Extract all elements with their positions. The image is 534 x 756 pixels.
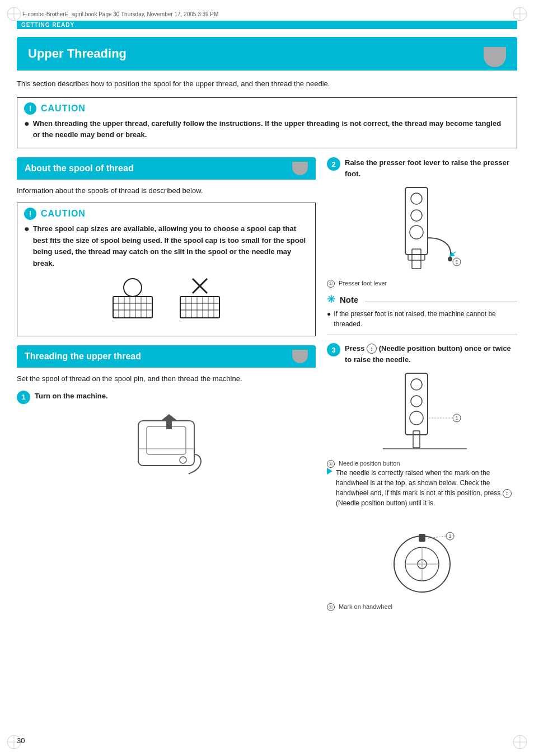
caution-body-spool: ● Three spool cap sizes are available, a…	[24, 223, 308, 270]
svg-point-43	[448, 257, 452, 261]
caption-handwheel: ① Mark on handwheel	[327, 603, 517, 611]
main-title: Upper Threading	[28, 46, 127, 61]
spool-intro: Information about the spools of thread i…	[17, 185, 316, 197]
svg-rect-13	[113, 297, 152, 318]
svg-point-12	[124, 279, 142, 297]
caution-box-spool: ! CAUTION ● Three spool cap sizes are av…	[17, 203, 316, 336]
main-title-box: Upper Threading	[17, 37, 517, 71]
note-header: ✳ Note	[327, 293, 517, 306]
svg-rect-58	[419, 534, 425, 542]
handwheel-note: The needle is correctly raised when the …	[327, 468, 517, 508]
corner-mark-tr	[512, 6, 528, 22]
two-col-layout: About the spool of thread Information ab…	[17, 157, 517, 611]
note-text: If the presser foot is not raised, the m…	[334, 309, 517, 329]
svg-text:1: 1	[448, 533, 451, 539]
note-body: ● If the presser foot is not raised, the…	[327, 309, 517, 329]
svg-rect-50	[413, 431, 420, 448]
caption-needle-btn: ① Needle position button	[327, 460, 517, 468]
spool-title: About the spool of thread	[25, 163, 134, 173]
intro-text: This section describes how to position t…	[17, 78, 517, 90]
col-left: About the spool of thread Information ab…	[17, 157, 316, 611]
arrow-note-text: The needle is correctly raised when the …	[336, 468, 517, 508]
caution-body-top: ● When threading the upper thread, caref…	[24, 118, 510, 142]
handwheel-diagram: 1	[327, 514, 517, 598]
svg-point-47	[411, 379, 422, 390]
threading-title: Threading the upper thread	[25, 351, 141, 361]
triangle-arrow-icon	[327, 468, 332, 475]
svg-point-40	[410, 226, 423, 239]
caution-text-top: When threading the upper thread, careful…	[33, 118, 510, 142]
spool-good	[107, 275, 158, 326]
svg-rect-24	[180, 297, 219, 318]
corner-mark-tl	[6, 6, 22, 22]
caution-text-spool: Three spool cap sizes are available, all…	[33, 223, 308, 270]
svg-point-36	[180, 457, 186, 463]
caution-icon-top: !	[24, 102, 36, 115]
threading-title-tab	[292, 350, 308, 363]
threading-intro: Set the spool of thread on the spool pin…	[17, 373, 316, 385]
svg-text:1: 1	[455, 259, 458, 265]
svg-point-48	[411, 396, 422, 407]
file-info: F-combo-BrotherE_sgml.book Page 30 Thurs…	[17, 11, 517, 17]
note-bullet: ●	[327, 309, 331, 319]
caution-bullet-spool: ●	[24, 223, 30, 235]
step-3-row: 3 Press ↕ (Needle position button) once …	[327, 343, 517, 365]
step-3-text: Press ↕ (Needle position button) once or…	[345, 343, 517, 365]
needle-position-diagram: 1	[327, 370, 517, 454]
machine-diagram-step1	[17, 410, 316, 477]
title-tab	[484, 47, 506, 67]
caution-header-top: ! CAUTION	[24, 102, 510, 115]
step-2-circle: 2	[327, 157, 340, 171]
caution-header-spool: ! CAUTION	[24, 208, 308, 220]
caution-bullet-top: ●	[24, 118, 30, 130]
note-box: ✳ Note ● If the presser foot is not rais…	[327, 293, 517, 335]
caution-icon-spool: !	[24, 208, 36, 220]
svg-point-39	[411, 210, 422, 221]
note-label: Note	[340, 295, 358, 304]
caption-presser-foot: ① Presser foot lever	[327, 280, 517, 288]
svg-rect-46	[405, 373, 428, 435]
presser-foot-diagram: 1	[327, 185, 517, 274]
caption-circled-1: ①	[327, 280, 335, 288]
step-2-text: Raise the presser foot lever to raise th…	[345, 157, 517, 179]
caption-circled-2: ①	[327, 460, 335, 468]
step-1-row: 1 Turn on the machine.	[17, 391, 316, 404]
spool-title-tab	[292, 162, 308, 175]
col-right: 2 Raise the presser foot lever to raise …	[327, 157, 517, 611]
spool-bad	[175, 275, 225, 326]
step-2-row: 2 Raise the presser foot lever to raise …	[327, 157, 517, 179]
step-1-circle: 1	[17, 391, 30, 404]
caution-title-spool: CAUTION	[41, 209, 86, 219]
step-1-text: Turn on the machine.	[35, 391, 316, 402]
note-star-icon: ✳	[327, 293, 335, 306]
spool-diagram	[24, 275, 308, 326]
caution-title-top: CAUTION	[41, 104, 86, 114]
svg-point-49	[410, 411, 423, 425]
svg-text:1: 1	[455, 415, 458, 421]
caption-circled-3: ①	[327, 603, 335, 611]
page-container: F-combo-BrotherE_sgml.book Page 30 Thurs…	[0, 0, 534, 756]
threading-section-header: Threading the upper thread	[17, 345, 316, 368]
spool-section-header: About the spool of thread	[17, 157, 316, 180]
corner-mark-br	[512, 734, 528, 750]
step-3-circle: 3	[327, 343, 340, 356]
svg-point-38	[411, 193, 422, 204]
caution-box-top: ! CAUTION ● When threading the upper thr…	[17, 97, 517, 149]
svg-rect-42	[408, 255, 425, 260]
svg-rect-41	[412, 249, 421, 269]
section-bar: GETTING READY	[17, 21, 517, 29]
svg-rect-34	[147, 426, 186, 454]
page-number: 30	[17, 736, 25, 745]
